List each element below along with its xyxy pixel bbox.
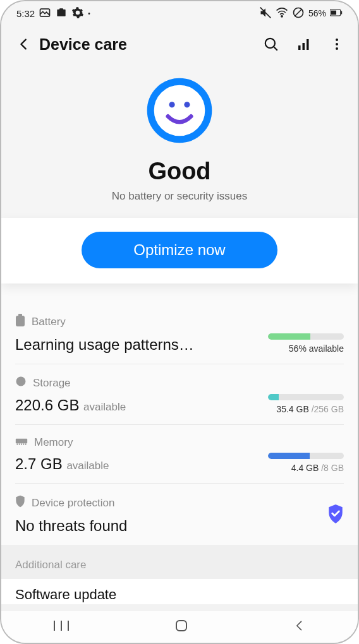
memory-bar-fill — [268, 453, 310, 459]
battery-label: Battery — [32, 316, 66, 328]
memory-bar — [268, 453, 344, 459]
storage-bar — [268, 394, 344, 400]
overview-subtitle: No battery or security issues — [1, 190, 358, 203]
battery-icon — [15, 314, 25, 330]
battery-icon — [330, 8, 343, 19]
storage-main: 220.6 GB available — [15, 397, 249, 414]
optimize-button[interactable]: Optimize now — [82, 232, 277, 268]
battery-sub: 56% available — [249, 343, 344, 354]
battery-main-text: Learning usage patterns… — [15, 336, 249, 354]
memory-main: 2.7 GB available — [15, 455, 249, 473]
status-face-icon — [145, 76, 214, 145]
do-not-disturb-icon — [292, 6, 305, 21]
storage-icon — [15, 376, 27, 390]
svg-point-13 — [336, 39, 338, 41]
shield-icon — [15, 495, 25, 511]
svg-point-14 — [336, 43, 338, 45]
svg-rect-6 — [341, 11, 343, 14]
storage-bar-fill — [268, 394, 279, 400]
bars-button[interactable] — [296, 36, 312, 52]
svg-point-17 — [169, 102, 175, 107]
battery-bar — [268, 333, 344, 340]
storage-sub: 35.4 GB /256 GB — [249, 404, 344, 414]
status-bar: 5:32 • 56% — [1, 1, 358, 25]
svg-rect-22 — [17, 443, 18, 445]
svg-rect-11 — [303, 43, 305, 50]
battery-percent-text: 56% — [308, 8, 326, 18]
svg-rect-23 — [19, 443, 20, 445]
memory-card[interactable]: Memory 2.7 GB available 4.4 GB /8 GB — [15, 425, 344, 484]
page-title: Device care — [39, 35, 263, 54]
svg-rect-20 — [18, 314, 22, 316]
dot-icon: • — [88, 10, 90, 17]
svg-rect-26 — [25, 443, 27, 445]
home-button[interactable] — [174, 618, 189, 636]
back-nav-button[interactable] — [293, 619, 306, 635]
additional-care-header: Additional care — [1, 545, 358, 579]
protection-card[interactable]: Device protection No threats found — [15, 484, 344, 545]
storage-label: Storage — [33, 377, 71, 390]
svg-line-9 — [274, 47, 277, 51]
nav-bar — [1, 611, 358, 643]
protection-main: No threats found — [15, 517, 327, 535]
svg-point-16 — [150, 81, 209, 140]
overview-section: Good No battery or security issues — [1, 61, 358, 218]
svg-rect-19 — [16, 316, 25, 326]
gear-icon — [71, 6, 84, 21]
mute-icon — [259, 6, 272, 21]
svg-point-15 — [336, 47, 338, 50]
svg-rect-30 — [176, 621, 186, 631]
image-icon — [39, 6, 51, 21]
recents-button[interactable] — [53, 619, 70, 635]
back-button[interactable] — [14, 34, 34, 54]
svg-rect-12 — [307, 39, 309, 50]
briefcase-icon — [55, 6, 68, 21]
svg-rect-24 — [21, 443, 22, 445]
svg-line-4 — [295, 9, 301, 16]
svg-point-18 — [184, 102, 190, 107]
svg-point-2 — [281, 15, 283, 16]
search-button[interactable] — [263, 36, 279, 52]
svg-rect-10 — [298, 45, 301, 50]
more-button[interactable] — [329, 36, 345, 52]
optimize-row: Optimize now — [1, 218, 358, 283]
storage-card[interactable]: Storage 220.6 GB available 35.4 GB /256 … — [15, 364, 344, 425]
shield-check-icon — [327, 504, 344, 526]
overview-status: Good — [1, 158, 358, 185]
battery-card[interactable]: Battery Learning usage patterns… 56% ava… — [15, 302, 344, 364]
app-header: Device care — [1, 25, 358, 61]
memory-icon — [15, 436, 28, 449]
software-update-row[interactable]: Software update — [1, 579, 358, 604]
svg-point-8 — [265, 39, 275, 48]
svg-rect-25 — [23, 443, 25, 445]
protection-label: Device protection — [32, 497, 114, 510]
memory-sub: 4.4 GB /8 GB — [249, 463, 344, 473]
svg-rect-21 — [16, 439, 27, 444]
battery-bar-fill — [268, 333, 310, 340]
svg-rect-7 — [331, 10, 336, 15]
wifi-icon — [276, 6, 288, 21]
memory-label: Memory — [34, 436, 73, 449]
status-time: 5:32 — [16, 8, 35, 19]
